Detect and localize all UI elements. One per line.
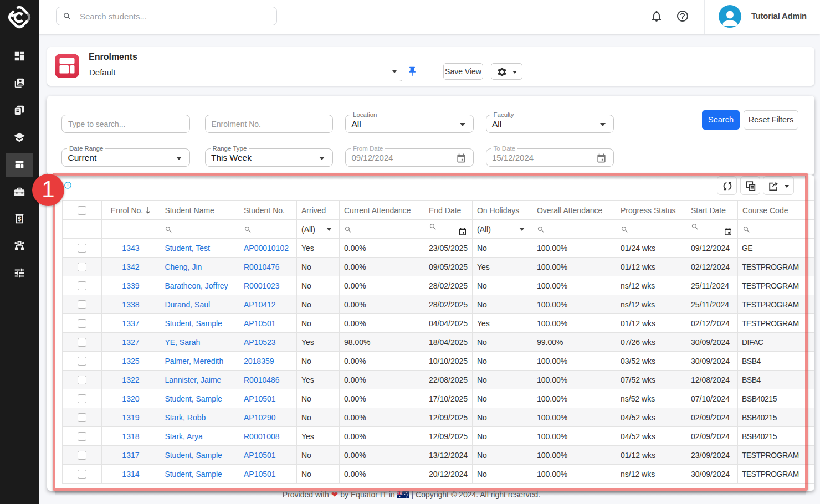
svg-text:S: S bbox=[18, 216, 22, 222]
